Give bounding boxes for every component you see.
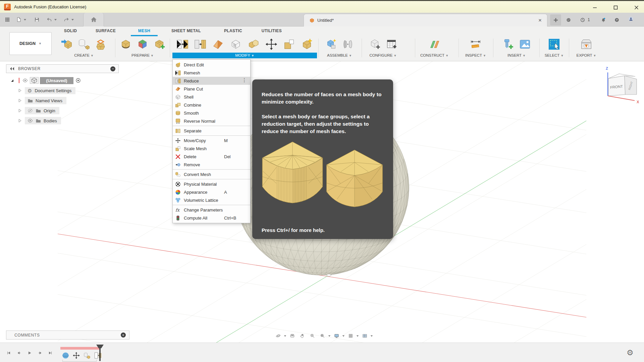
configure-menu[interactable]: CONFIGURE▼ [363, 53, 403, 58]
orbit-caret-icon[interactable] [284, 335, 287, 337]
new-tab-icon[interactable] [550, 14, 561, 25]
convert-mesh-feature-icon[interactable] [83, 351, 91, 360]
viewports-caret-icon[interactable] [370, 335, 373, 337]
skip-to-end-icon[interactable] [46, 349, 54, 357]
step-forward-icon[interactable] [36, 349, 44, 357]
menu-item-direct-edit[interactable]: Direct Edit [173, 61, 250, 69]
timeline-rollback-marker[interactable] [60, 347, 99, 350]
collapse-panel-icon[interactable] [9, 66, 15, 71]
grid-display-icon[interactable] [346, 331, 355, 341]
orbit-icon[interactable] [274, 331, 283, 341]
menu-item-plane-cut[interactable]: Plane Cut [173, 85, 250, 93]
scale-tool-icon[interactable] [282, 37, 296, 51]
tab-solid[interactable]: SOLID [57, 26, 84, 36]
tab-mesh[interactable]: MESH [131, 26, 158, 36]
root-document-label[interactable]: (Unsaved) [40, 77, 73, 84]
create-menu[interactable]: CREATE▼ [57, 53, 111, 58]
browser-row-origin[interactable]: Origin [6, 107, 119, 115]
menu-item-separate[interactable]: Separate [173, 127, 250, 135]
menu-item-reverse-normal[interactable]: Reverse Normal [173, 117, 250, 125]
insert-fastener-tool-icon[interactable] [501, 37, 515, 51]
tab-utilities[interactable]: UTILITIES [257, 26, 287, 36]
new-component-tool-icon[interactable] [324, 37, 338, 51]
display-caret-icon[interactable] [342, 335, 345, 337]
menu-item-shell[interactable]: Shell [173, 93, 250, 101]
direct-edit-tool-icon[interactable] [300, 37, 314, 51]
browser-row-document-settings[interactable]: ⚙ Document Settings [6, 86, 119, 95]
extensions-globe-icon[interactable] [564, 15, 573, 24]
redo-caret-icon[interactable] [71, 18, 74, 21]
construct-menu[interactable]: CONSTRUCT▼ [416, 53, 453, 58]
eye-icon[interactable] [28, 118, 33, 123]
look-at-icon[interactable] [288, 331, 297, 341]
menu-item-smooth[interactable]: Smooth [173, 109, 250, 117]
canvas-tool-icon[interactable] [518, 37, 532, 51]
tab-plastic[interactable]: PLASTIC [218, 26, 248, 36]
kebab-menu-icon[interactable]: ⋮ [242, 77, 247, 83]
move-feature-icon[interactable] [72, 351, 80, 360]
eye-hidden-icon[interactable] [28, 108, 33, 113]
display-settings-icon[interactable] [332, 331, 341, 341]
close-button[interactable] [631, 3, 642, 12]
viewports-icon[interactable] [360, 331, 369, 341]
view-cube[interactable]: FRONT RIGHT Z X [603, 64, 643, 106]
insert-mesh-feature-icon[interactable] [93, 351, 102, 360]
expand-triangle-icon[interactable] [17, 98, 22, 103]
expand-triangle-icon[interactable] [17, 108, 22, 113]
file-caret-icon[interactable] [23, 18, 27, 21]
menu-item-compute-all[interactable]: Compute AllCtrl+B [173, 214, 250, 222]
zoom-icon[interactable] [308, 331, 317, 341]
comments-bar[interactable]: COMMENTS + [6, 330, 129, 340]
inspect-menu[interactable]: INSPECT▼ [460, 53, 491, 58]
construct-plane-tool-icon[interactable] [427, 37, 441, 51]
mesh-section-sketch-tool-icon[interactable] [77, 37, 91, 51]
redo-icon[interactable] [62, 15, 71, 24]
job-status-clock-icon[interactable] [578, 15, 587, 24]
minimize-button[interactable] [589, 3, 600, 12]
component-cube-icon[interactable] [30, 77, 39, 84]
shell-tool-icon[interactable] [229, 37, 243, 51]
reduce-tool-icon[interactable] [193, 37, 207, 51]
collapse-triangle-icon[interactable] [10, 78, 14, 83]
app-grid-icon[interactable] [3, 15, 12, 24]
tab-close-icon[interactable]: × [536, 17, 544, 23]
menu-item-remesh[interactable]: Remesh [173, 69, 250, 77]
tab-surface[interactable]: SURFACE [91, 26, 121, 36]
configuration-table-tool-icon[interactable] [384, 37, 398, 51]
skip-to-start-icon[interactable] [5, 349, 13, 357]
insert-menu[interactable]: INSERT▼ [496, 53, 537, 58]
menu-item-scale-mesh[interactable]: Scale Mesh [173, 144, 250, 153]
select-tool-icon[interactable] [547, 37, 561, 51]
menu-item-appearance[interactable]: AppearanceA [173, 188, 250, 196]
notifications-bell-icon[interactable] [599, 15, 608, 24]
add-comment-icon[interactable]: + [121, 333, 126, 338]
fit-icon[interactable] [318, 331, 327, 341]
configure-tool-icon[interactable] [368, 37, 382, 51]
generate-face-groups-tool-icon[interactable] [119, 37, 133, 51]
tessellate-tool-icon[interactable] [94, 37, 108, 51]
undo-caret-icon[interactable] [54, 18, 57, 21]
expand-triangle-icon[interactable] [17, 88, 22, 93]
timeline-settings-gear-icon[interactable]: ⚙ [625, 349, 636, 357]
design-dropdown[interactable]: DESIGN▼ [9, 32, 52, 55]
prepare-menu[interactable]: PREPARE▼ [117, 53, 168, 58]
select-menu[interactable]: SELECT▼ [541, 53, 567, 58]
tab-sheet-metal[interactable]: SHEET METAL [168, 26, 205, 36]
user-avatar[interactable] [627, 14, 635, 23]
activate-radio-icon[interactable] [75, 78, 81, 83]
browser-minimize-icon[interactable]: − [110, 66, 115, 71]
joint-tool-icon[interactable] [341, 37, 355, 51]
face-group-add-tool-icon[interactable] [152, 37, 166, 51]
fit-caret-icon[interactable] [328, 335, 331, 337]
menu-item-physical-material[interactable]: Physical Material [173, 180, 250, 188]
menu-item-change-parameters[interactable]: fxChange Parameters [173, 206, 250, 214]
file-new-icon[interactable] [14, 15, 23, 24]
help-icon[interactable]: ? [612, 15, 621, 24]
menu-item-move-copy[interactable]: Move/CopyM [173, 136, 250, 144]
browser-row-named-views[interactable]: Named Views [6, 97, 119, 105]
menu-item-delete[interactable]: DeleteDel [173, 153, 250, 161]
insert-mesh-tool-icon[interactable] [60, 37, 74, 51]
step-back-icon[interactable] [15, 349, 23, 357]
play-icon[interactable] [25, 349, 34, 357]
paint-face-groups-tool-icon[interactable] [136, 37, 150, 51]
